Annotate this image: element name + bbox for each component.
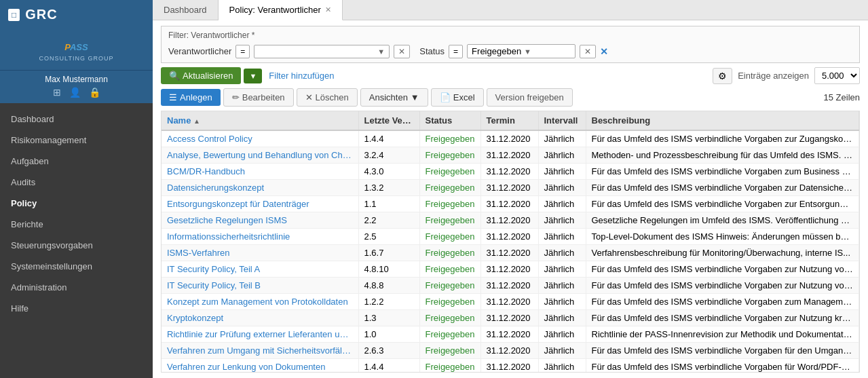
user-icon[interactable]: 👤 [69, 87, 81, 98]
cell-status: Freigegeben [419, 245, 480, 261]
remove-all-filters-button[interactable]: ✕ [600, 46, 608, 57]
cell-name[interactable]: Verfahren zur Lenkung von Dokumenten [162, 359, 358, 373]
cell-termin: 31.12.2020 [480, 245, 538, 261]
cell-termin: 31.12.2020 [480, 130, 538, 147]
table-row[interactable]: Richtlinie zur Prüfung externer Lieferan… [162, 326, 859, 343]
excel-button[interactable]: 📄 Excel [431, 88, 484, 107]
table-row[interactable]: Datensicherungskonzept 1.3.2 Freigegeben… [162, 180, 859, 196]
cell-name[interactable]: IT Security Policy, Teil A [162, 261, 358, 278]
cell-intervall: Jährlich [538, 130, 586, 147]
col-header-version[interactable]: Letzte Version [358, 111, 419, 130]
sidebar-item-dashboard[interactable]: Dashboard [0, 109, 153, 130]
table-row[interactable]: Kryptokonzept 1.3 Freigegeben 31.12.2020… [162, 310, 859, 326]
views-dropdown-icon: ▼ [411, 92, 419, 102]
cell-version: 1.2.2 [358, 294, 419, 310]
cell-intervall: Jährlich [538, 147, 586, 164]
tab-dashboard[interactable]: Dashboard [153, 0, 219, 20]
col-header-termin[interactable]: Termin [480, 111, 538, 130]
tab-policy-label: Policy: Verantwortlicher [229, 5, 321, 15]
table-row[interactable]: Verfahren zur Lenkung von Dokumenten 1.4… [162, 359, 859, 373]
table-row[interactable]: IT Security Policy, Teil A 4.8.10 Freige… [162, 261, 859, 278]
cell-intervall: Jährlich [538, 343, 586, 359]
content-area: Filter: Verantwortlicher * Verantwortlic… [153, 20, 868, 378]
cell-name[interactable]: Richtlinie zur Prüfung externer Lieferan… [162, 326, 358, 343]
cell-intervall: Jährlich [538, 261, 586, 278]
cell-beschreibung: Top-Level-Dokument des ISMS Hinweis: Änd… [586, 229, 859, 245]
refresh-label: Aktualisieren [183, 71, 233, 81]
verantwortlicher-dropdown-icon[interactable]: ▼ [377, 48, 385, 56]
col-header-name[interactable]: Name ▲ [162, 111, 358, 130]
lock-icon[interactable]: 🔒 [89, 87, 100, 98]
cell-name[interactable]: Kryptokonzept [162, 310, 358, 326]
cell-name[interactable]: IT Security Policy, Teil B [162, 278, 358, 294]
sidebar-item-audits[interactable]: Audits [0, 172, 153, 193]
refresh-dropdown-button[interactable]: ▼ [244, 69, 262, 83]
sidebar-item-steuerungsvorgaben[interactable]: Steuerungsvorgaben [0, 235, 153, 256]
release-button[interactable]: Version freigeben [487, 88, 573, 107]
anlegen-button[interactable]: ☰ Anlegen [161, 89, 221, 106]
table-row[interactable]: ISMS-Verfahren 1.6.7 Freigegeben 31.12.2… [162, 245, 859, 261]
user-section: Max Mustermann ⊞ 👤 🔒 [0, 70, 153, 103]
table-row[interactable]: BCM/DR-Handbuch 4.3.0 Freigegeben 31.12.… [162, 164, 859, 180]
cell-name[interactable]: BCM/DR-Handbuch [162, 164, 358, 180]
sidebar-item-policy[interactable]: Policy [0, 193, 153, 214]
col-header-intervall[interactable]: Intervall [538, 111, 586, 130]
sidebar-item-hilfe[interactable]: Hilfe [0, 298, 153, 319]
verantwortlicher-input[interactable] [259, 47, 375, 56]
table-row[interactable]: Entsorgungskonzept für Datenträger 1.1 F… [162, 196, 859, 212]
col-header-beschreibung[interactable]: Beschreibung [586, 111, 859, 130]
cell-name[interactable]: Verfahren zum Umgang mit Sicherheitsvorf… [162, 343, 358, 359]
cell-name[interactable]: Konzept zum Management von Protokolldate… [162, 294, 358, 310]
table-row[interactable]: Analyse, Bewertung und Behandlung von Ch… [162, 147, 859, 164]
sidebar-item-aufgaben[interactable]: Aufgaben [0, 151, 153, 172]
cell-beschreibung: Methoden- und Prozessbeschreibung für da… [586, 147, 859, 164]
grid-icon[interactable]: ⊞ [53, 87, 61, 98]
status-dropdown-icon[interactable]: ▼ [524, 48, 571, 56]
tab-close-icon[interactable]: ✕ [325, 5, 331, 14]
cell-name[interactable]: Analyse, Bewertung und Behandlung von Ch… [162, 147, 358, 164]
cell-name[interactable]: ISMS-Verfahren [162, 245, 358, 261]
status-input-wrapper[interactable]: Freigegeben ▼ [467, 44, 575, 58]
cell-name[interactable]: Datensicherungskonzept [162, 180, 358, 196]
sidebar-item-berichte[interactable]: Berichte [0, 214, 153, 235]
edit-button[interactable]: ✏ Bearbeiten [223, 88, 294, 107]
pass-logo: PASS [64, 35, 88, 54]
table-row[interactable]: Gesetzliche Regelungen ISMS 2.2 Freigege… [162, 212, 859, 229]
cell-name[interactable]: Informationssicherheitsrichtlinie [162, 229, 358, 245]
cell-name[interactable]: Gesetzliche Regelungen ISMS [162, 212, 358, 229]
views-button[interactable]: Ansichten ▼ [360, 88, 428, 107]
tab-policy-verantwortlicher[interactable]: Policy: Verantwortlicher ✕ [219, 0, 343, 20]
refresh-button[interactable]: 🔍 Aktualisieren [161, 67, 241, 84]
sidebar-item-risikomanagement[interactable]: Risikomanagement [0, 130, 153, 151]
table-row[interactable]: Verfahren zum Umgang mit Sicherheitsvorf… [162, 343, 859, 359]
cell-intervall: Jährlich [538, 180, 586, 196]
cell-version: 2.6.3 [358, 343, 419, 359]
verantwortlicher-clear-button[interactable]: ✕ [394, 45, 410, 58]
entries-select[interactable]: 5.000 1.000 500 100 [814, 67, 860, 84]
cell-version: 3.2.4 [358, 147, 419, 164]
cell-beschreibung: Für das Umfeld des ISMS verbindliche Vor… [586, 359, 859, 373]
delete-button[interactable]: ✕ Löschen [297, 88, 358, 107]
table-row[interactable]: Informationssicherheitsrichtlinie 2.5 Fr… [162, 229, 859, 245]
status-clear-button[interactable]: ✕ [580, 45, 596, 58]
cell-name[interactable]: Entsorgungskonzept für Datenträger [162, 196, 358, 212]
cell-version: 1.3 [358, 310, 419, 326]
logo-text: GRC [25, 7, 57, 22]
col-header-status[interactable]: Status [419, 111, 480, 130]
cell-name[interactable]: Access Control Policy [162, 130, 358, 147]
refresh-icon: 🔍 [169, 71, 180, 81]
tab-bar: Dashboard Policy: Verantwortlicher ✕ [153, 0, 868, 20]
table-row[interactable]: Access Control Policy 1.4.4 Freigegeben … [162, 130, 859, 147]
toolbar: ☰ Anlegen ✏ Bearbeiten ✕ Löschen Ansicht… [161, 88, 860, 107]
sidebar-item-systemeinstellungen[interactable]: Systemeinstellungen [0, 256, 153, 277]
status-eq: = [449, 45, 463, 58]
cell-beschreibung: Für das Umfeld des ISMS verbindliche Vor… [586, 294, 859, 310]
verantwortlicher-input-wrapper[interactable]: ▼ [254, 45, 390, 58]
table-row[interactable]: IT Security Policy, Teil B 4.8.8 Freigeg… [162, 278, 859, 294]
table-row[interactable]: Konzept zum Management von Protokolldate… [162, 294, 859, 310]
cell-intervall: Jährlich [538, 212, 586, 229]
settings-button[interactable]: ⚙ [713, 68, 732, 84]
add-filter-button[interactable]: Filter hinzufügen [266, 71, 337, 81]
cell-beschreibung: Für das Umfeld des ISMS verbindliche Vor… [586, 278, 859, 294]
sidebar-item-administration[interactable]: Administration [0, 277, 153, 298]
